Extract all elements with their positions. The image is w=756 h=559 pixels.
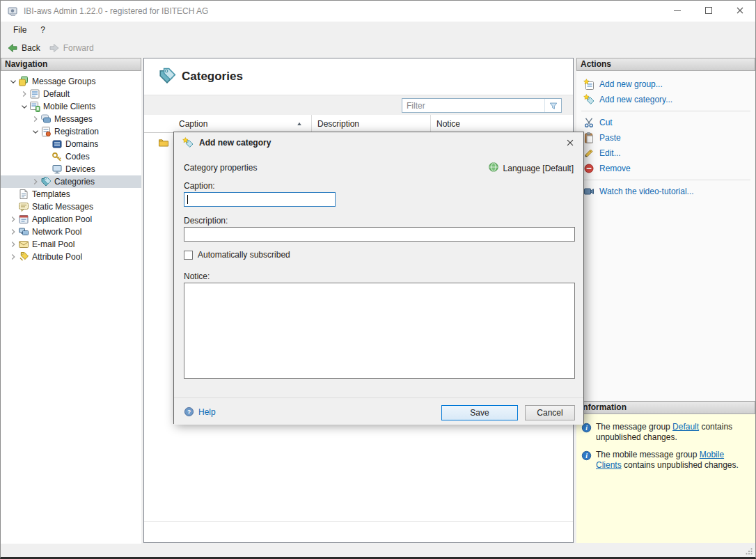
chevron-placeholder [8, 201, 18, 212]
chevron-down-icon[interactable] [30, 126, 40, 137]
tree-item-mobile-clients[interactable]: Mobile Clients [1, 100, 141, 113]
messages-icon [40, 113, 52, 125]
column-header-caption[interactable]: Caption [144, 115, 312, 132]
resize-grip-icon[interactable] [744, 546, 754, 556]
filter-bar [144, 95, 573, 115]
dialog-close-button[interactable] [563, 136, 577, 150]
svg-text:?: ? [187, 409, 191, 416]
tree-item-network-pool[interactable]: Network Pool [1, 226, 141, 238]
tree-item-label: Message Groups [30, 77, 98, 86]
table-header: Caption Description Notice [144, 115, 573, 133]
app-window: IBI-aws Admin 1.22.0 - registered for IB… [0, 0, 756, 559]
add-category-icon [182, 137, 194, 148]
statusbar [1, 544, 755, 558]
templates-icon [18, 189, 30, 200]
chevron-right-icon[interactable] [8, 251, 18, 262]
remove-icon [583, 163, 594, 174]
maximize-button[interactable] [693, 1, 724, 22]
network-pool-icon [18, 226, 30, 237]
static-messages-icon [18, 201, 30, 212]
tree-item-static-messages[interactable]: Static Messages [1, 200, 141, 213]
filter-box[interactable] [402, 98, 562, 113]
tree-item-label: Network Pool [30, 227, 84, 237]
edit-icon [583, 148, 594, 159]
chevron-right-icon[interactable] [19, 88, 29, 100]
chevron-down-icon[interactable] [8, 76, 18, 87]
language-selector[interactable]: Language [Default] [488, 162, 574, 175]
chevron-right-icon[interactable] [8, 214, 18, 225]
tree-item-label: Codes [63, 152, 93, 162]
chevron-right-icon[interactable] [8, 226, 18, 237]
tree-item-devices[interactable]: Devices [1, 163, 141, 175]
domains-icon [52, 139, 63, 150]
tree-item-messages[interactable]: Messages [1, 113, 141, 125]
caption-input[interactable] [184, 193, 335, 206]
info-text: The message group Default contains unpub… [596, 422, 748, 443]
save-button[interactable]: Save [441, 405, 518, 420]
tree-item-label: Categories [52, 177, 97, 187]
chevron-down-icon[interactable] [19, 101, 29, 112]
info-item: iThe message group Default contains unpu… [579, 422, 751, 443]
auto-subscribe-checkbox[interactable] [184, 251, 193, 260]
forward-label: Forward [63, 43, 94, 53]
info-link-default[interactable]: Default [672, 422, 699, 432]
navigation-header: Navigation [1, 58, 141, 71]
menu-file[interactable]: File [6, 23, 33, 38]
chevron-right-icon[interactable] [30, 176, 40, 187]
close-button[interactable] [724, 1, 755, 22]
tree-item-domains[interactable]: Domains [1, 138, 141, 150]
help-link[interactable]: ? Help [184, 407, 216, 417]
tree-item-label: Attribute Pool [30, 252, 85, 262]
minimize-icon [672, 5, 683, 18]
action-edit[interactable]: Edit... [576, 145, 755, 161]
window-controls [661, 1, 755, 22]
action-remove[interactable]: Remove [576, 161, 755, 176]
tree-item-attribute-pool[interactable]: Attribute Pool [1, 251, 141, 263]
section-label: Category properties [184, 163, 257, 173]
filter-input[interactable] [402, 99, 544, 112]
tree-item-application-pool[interactable]: Application Pool [1, 213, 141, 226]
titlebar: IBI-aws Admin 1.22.0 - registered for IB… [1, 1, 755, 22]
tree-item-registration[interactable]: Registration [1, 125, 141, 138]
action-paste[interactable]: Paste [576, 130, 755, 145]
filter-funnel-icon[interactable] [544, 99, 561, 112]
attribute-pool-icon [18, 251, 30, 262]
tree-item-categories[interactable]: Categories [1, 175, 141, 188]
tree-item-label: E-mail Pool [30, 239, 77, 249]
chevron-right-icon[interactable] [8, 239, 18, 250]
tree-item-e-mail-pool[interactable]: E-mail Pool [1, 238, 141, 251]
action-watch-the-video-tutorial[interactable]: Watch the video-tutorial... [576, 184, 755, 199]
cancel-button[interactable]: Cancel [525, 405, 575, 420]
actions-panel: Actions Add new group...Add new category… [576, 58, 755, 401]
column-header-notice[interactable]: Notice [431, 115, 573, 132]
chevron-right-icon[interactable] [30, 113, 40, 125]
info-item: iThe mobile message group Mobile Clients… [579, 450, 751, 471]
information-list: iThe message group Default contains unpu… [576, 414, 755, 471]
action-label: Cut [599, 118, 613, 127]
actions-separator [581, 111, 750, 111]
auto-subscribe-option[interactable]: Automatically subscribed [184, 250, 290, 260]
action-add-new-category[interactable]: Add new category... [576, 92, 755, 107]
tree-item-label: Static Messages [30, 202, 96, 212]
menu-help[interactable]: ? [33, 23, 52, 38]
action-label: Add new category... [599, 95, 672, 104]
information-panel: Information iThe message group Default c… [576, 401, 755, 543]
action-label: Add new group... [599, 79, 663, 89]
page-title: Categories [182, 70, 243, 84]
tree-item-label: Messages [52, 114, 95, 124]
column-label-caption: Caption [179, 119, 207, 129]
action-cut[interactable]: Cut [576, 115, 755, 130]
notice-textarea[interactable] [184, 283, 575, 379]
tree-item-default[interactable]: Default [1, 88, 141, 100]
list-bottom-divider [144, 521, 573, 522]
column-header-description[interactable]: Description [312, 115, 431, 132]
tree-item-templates[interactable]: Templates [1, 188, 141, 200]
tree-item-message-groups[interactable]: Message Groups [1, 75, 141, 88]
back-button[interactable]: Back [7, 42, 40, 54]
action-add-new-group[interactable]: Add new group... [576, 77, 755, 92]
info-link-mobile-clients[interactable]: Mobile Clients [596, 450, 724, 470]
description-input[interactable] [184, 227, 575, 242]
tree-item-label: Templates [30, 189, 73, 199]
tree-item-codes[interactable]: Codes [1, 150, 141, 163]
minimize-button[interactable] [661, 1, 693, 22]
